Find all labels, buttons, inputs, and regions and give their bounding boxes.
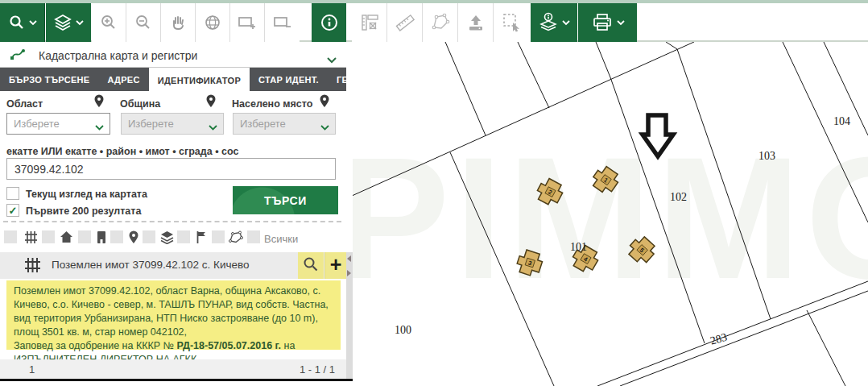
parcel-label-102: 102 <box>670 191 687 203</box>
settlement-label: Населено място <box>232 98 312 110</box>
layer-info-button[interactable] <box>531 3 577 42</box>
map-pin-icon[interactable] <box>319 94 330 111</box>
district-label: Област <box>6 98 43 110</box>
tab-old-identifier[interactable]: СТАР ИДЕНТ. <box>250 68 328 91</box>
info-mode-button[interactable] <box>312 3 346 42</box>
search-tool-button[interactable] <box>0 3 45 42</box>
pin-icon <box>128 230 139 247</box>
zoom-out-button[interactable] <box>126 3 161 42</box>
cadastre-app: Кадастрална карта и регистри БЪРЗО ТЪРСЕ… <box>0 0 868 386</box>
pagination-bar: 1 1 - 1 / 1 <box>0 359 346 379</box>
polygon-icon <box>430 12 451 33</box>
road-label-283: 283 <box>709 331 728 347</box>
district-select[interactable]: Изберете <box>6 113 110 135</box>
search-submit-button[interactable]: ТЪРСИ <box>233 186 338 214</box>
first-200-label: Първите 200 резултата <box>26 205 141 217</box>
magnifier-icon <box>303 256 319 276</box>
flag-icon <box>196 230 206 247</box>
chevron-down-icon <box>320 122 329 134</box>
settlement-select-value: Изберете <box>240 118 286 130</box>
zoom-in-icon <box>100 14 118 31</box>
expand-right-icon[interactable] <box>347 270 351 276</box>
chevron-down-icon <box>562 20 570 26</box>
tab-address[interactable]: АДРЕС <box>98 68 148 91</box>
measure-area-button[interactable] <box>352 3 387 42</box>
house-icon <box>60 230 73 247</box>
ruler-icon <box>395 12 415 33</box>
filter-parcel-checkbox[interactable] <box>4 230 17 243</box>
printer-icon <box>591 12 614 33</box>
full-extent-button[interactable] <box>196 3 230 42</box>
map-layer-select[interactable]: Кадастрална карта и регистри <box>0 44 346 68</box>
current-view-label: Текущ изглед на картата <box>26 189 147 200</box>
panel-scroll-strip[interactable] <box>346 252 353 379</box>
area-ruler-icon <box>360 13 379 32</box>
chevron-down-icon <box>29 20 37 26</box>
rectangle-minus-icon <box>273 14 292 31</box>
layers-stack-icon <box>160 230 174 247</box>
map-pin-icon[interactable] <box>93 94 105 111</box>
result-range: 1 - 1 / 1 <box>300 363 335 376</box>
measure-distance-button[interactable] <box>387 3 423 42</box>
result-zoom-button[interactable] <box>298 252 324 279</box>
select-area-button[interactable] <box>494 3 531 42</box>
zoom-out-icon <box>134 14 152 31</box>
layers-info-icon <box>538 12 559 33</box>
municipality-select-value: Изберете <box>128 118 174 130</box>
settlement-select[interactable]: Изберете <box>233 113 336 135</box>
filter-point-checkbox[interactable] <box>110 230 123 243</box>
layer-select-value: Кадастрална карта и регистри <box>39 49 197 62</box>
page-number[interactable]: 1 <box>29 363 35 376</box>
building-icon <box>96 230 107 247</box>
tab-identifier[interactable]: ИДЕНТИФИКАТОР <box>149 68 250 93</box>
filter-building-checkbox[interactable] <box>78 230 91 243</box>
filter-all-checkbox[interactable] <box>247 230 260 243</box>
parcel-label-100: 100 <box>395 324 411 336</box>
filter-flag-checkbox[interactable] <box>177 230 190 243</box>
map-canvas[interactable]: PIMMO 1 <box>353 42 868 386</box>
rectangle-plus-icon <box>238 14 257 31</box>
info-icon <box>320 13 339 32</box>
zoom-in-button[interactable] <box>92 3 126 42</box>
first-200-checkbox[interactable]: ✓ <box>6 204 19 217</box>
chevron-down-icon <box>327 52 337 67</box>
current-view-checkbox[interactable] <box>6 187 19 200</box>
collapse-left-icon[interactable] <box>347 255 351 262</box>
zoom-box-in-button[interactable] <box>230 3 265 42</box>
filter-layers-checkbox[interactable] <box>143 230 155 243</box>
search-tabs: БЪРЗО ТЪРСЕНЕ АДРЕС ИДЕНТИФИКАТОР СТАР И… <box>0 68 346 91</box>
layers-tool-button[interactable] <box>46 3 91 42</box>
detail-text: Поземлен имот 37099.42.102, област Варна… <box>14 285 329 338</box>
municipality-label: Община <box>120 98 160 110</box>
ekatte-label: екатте ИЛИ екатте • район • имот • сград… <box>6 146 238 157</box>
parcel-label-101: 101 <box>570 241 587 253</box>
plus-icon: + <box>330 255 342 275</box>
district-select-value: Изберете <box>14 118 60 130</box>
identifier-input[interactable] <box>6 158 336 180</box>
pan-hand-button[interactable] <box>161 3 196 42</box>
filter-zone-checkbox[interactable] <box>212 230 225 243</box>
layers-icon <box>53 13 72 32</box>
route-icon <box>10 47 27 64</box>
municipality-select[interactable]: Изберете <box>121 113 224 135</box>
filter-house-checkbox[interactable] <box>42 230 55 243</box>
chevron-down-icon <box>617 20 625 26</box>
draw-polygon-button[interactable] <box>423 3 458 42</box>
map-pin-icon[interactable] <box>205 94 217 111</box>
zoom-box-out-button[interactable] <box>265 3 300 42</box>
selection-rectangle-icon <box>502 12 523 33</box>
divider <box>3 221 341 222</box>
upload-button[interactable] <box>458 3 494 42</box>
filter-all-label: Всички <box>264 233 298 245</box>
globe-icon <box>204 14 221 31</box>
tab-quick-search[interactable]: БЪРЗО ТЪРСЕНЕ <box>0 68 98 91</box>
print-button[interactable] <box>578 3 637 42</box>
parcel-grid-icon <box>24 230 38 247</box>
chevron-down-icon <box>95 122 104 134</box>
detail-order-prefix: Заповед за одобрение на КККР № <box>14 340 176 351</box>
result-add-button[interactable]: + <box>324 252 346 279</box>
detail-order-number: РД-18-57/05.07.2016 г. <box>176 340 281 351</box>
result-details: Поземлен имот 37099.42.102, област Варна… <box>6 280 341 350</box>
chevron-down-icon <box>209 122 217 134</box>
sidebar-bottom-border <box>0 379 353 381</box>
